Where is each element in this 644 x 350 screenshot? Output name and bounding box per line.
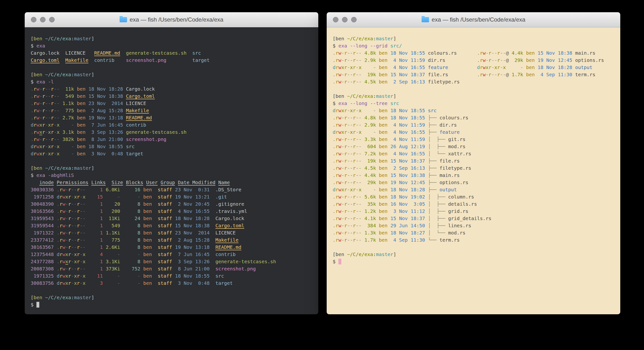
permission-char: r [77,252,80,257]
permission-char: r [68,216,71,221]
permission-char: - [347,64,350,70]
permission-char: - [356,201,358,207]
text-segment: - [120,280,140,286]
text-segment: - [103,273,120,279]
permission-char: x [74,252,77,257]
permission-char: r [353,187,356,192]
text-segment: 4 Nov 16:55 [390,151,425,156]
permission-char: - [45,151,48,156]
text-segment: master [74,72,91,78]
permission-char: x [350,108,353,114]
text-segment: 6.0Ki [103,187,120,192]
permission-char: r [60,259,62,264]
close-button[interactable] [333,17,338,22]
text-segment [425,108,428,114]
permission-char: r [77,259,80,264]
text-segment: ben [376,216,390,221]
permission-char: - [503,57,506,63]
permission-char: r [68,187,71,192]
text-segment: 5.6k [362,194,376,200]
minimize-button[interactable] [342,17,348,22]
text-segment [210,252,216,257]
permission-char: . [333,79,336,84]
text-segment [42,165,45,171]
text-segment [123,115,126,120]
permission-char: r [353,237,356,243]
text-segment: └── [425,237,439,243]
permission-char: r [480,64,483,70]
permission-char: - [66,216,68,221]
text-segment: ] [91,36,94,42]
permission-char: r [336,194,338,200]
permission-char: - [347,151,350,156]
permission-char: r [77,237,80,243]
permission-char: - [347,165,350,171]
text-segment: contrib [126,122,146,128]
terminal-line: drwxr-xr-x - ben 3 Nov 0:48 target [31,150,318,157]
text-segment: ben [74,93,88,99]
terminal-content[interactable]: [ben ~/C/e/exa:master]$ exaCargo.lock LI… [25,27,318,314]
permission-char: w [338,194,341,200]
window-titlebar[interactable]: exa — fish /Users/ben/Code/exa/exa [327,12,620,27]
permission-char: d [31,122,34,128]
terminal-content[interactable]: [ben ~/C/e/exa:master]$ exa --long --gri… [327,27,620,314]
permission-char: . [31,86,34,92]
permission-char: r [336,115,338,120]
permission-char: . [31,100,34,106]
text-segment: 4 Nov 16:55 [390,64,425,70]
permission-char: x [74,194,77,200]
text-segment [158,180,160,185]
permission-char: r [480,50,483,56]
permission-char: - [494,72,497,78]
permission-char: - [80,208,83,214]
window-titlebar[interactable]: exa — fish /Users/ben/Code/exa/exa [25,12,318,27]
text-segment: 4.1k [362,216,376,221]
zoom-button[interactable] [49,17,55,22]
permission-char: . [56,244,60,250]
permission-char: r [34,144,36,149]
permission-char: r [51,122,54,128]
text-segment: ] [393,252,396,257]
text-segment: 11k [60,86,74,92]
terminal-line: .rw-r--r-- 1.2k ben 3 Nov 11:12 │ ├── gr… [333,208,620,215]
zoom-button[interactable] [351,17,357,22]
text-segment: ├── [425,180,439,185]
permission-char: x [66,194,68,200]
permission-char: - [356,180,358,185]
permission-char: w [338,216,341,221]
permission-char: r [60,244,62,250]
text-segment: colours.rs [425,50,477,56]
permission-char: - [74,223,77,228]
text-segment: ben [140,252,155,257]
text-segment: master [376,93,393,99]
permission-char: r [353,64,356,70]
text-segment: 4 Nov 11:59 [390,122,425,128]
permission-char: x [358,187,362,192]
permission-char: - [491,72,494,78]
permission-char: - [500,50,503,56]
text-segment: 775 [60,108,74,114]
permission-char: r [336,79,338,84]
text-segment: 1 [86,223,103,228]
text-segment: ben [140,201,155,207]
permission-char: - [341,180,344,185]
minimize-button[interactable] [40,17,46,22]
text-segment: 8 [120,259,140,264]
text-segment: ben [376,129,390,135]
permission-char: x [486,64,488,70]
terminal-line: .rw-r--r-- 19k ben 15 Nov 18:37 ├── file… [333,157,620,164]
permission-char: - [350,201,353,207]
text-segment: ├── [425,158,439,164]
text-segment: ├── [425,172,439,178]
text-segment: 7 Jun 16:45 [88,122,123,128]
terminal-line: [ben ~/C/e/exa:master] [31,164,318,172]
permission-char: - [356,122,358,128]
permission-char: - [358,115,362,120]
text-segment: - [362,129,376,135]
close-button[interactable] [31,17,36,22]
text-segment [54,266,56,272]
permission-char: - [71,244,74,250]
text-segment: 8 [120,223,140,228]
permission-char: r [353,172,356,178]
terminal-line: .rw-r--r-- 604 ben 26 Aug 12:19 │ ├── mo… [333,143,620,150]
